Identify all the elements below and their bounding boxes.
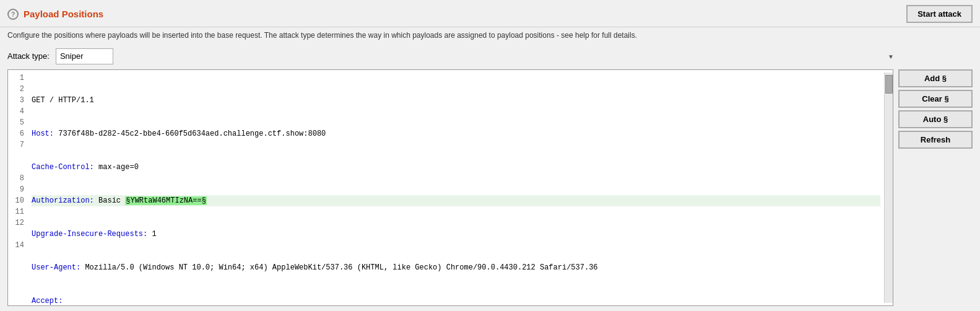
attack-type-row: Attack type: Sniper Battering ram Pitchf… (0, 46, 980, 69)
add-section-button[interactable]: Add § (898, 69, 973, 87)
attack-type-label: Attack type: (7, 51, 50, 61)
request-content: 1 2 3 4 5 6 7 8 9 10 11 12 14 (8, 70, 893, 305)
main-container: ? Payload Positions Start attack Configu… (0, 0, 980, 311)
description-bar: Configure the positions where payloads w… (0, 27, 980, 46)
right-buttons: Add § Clear § Auto § Refresh (898, 69, 973, 306)
start-attack-button[interactable]: Start attack (906, 5, 973, 23)
request-line-7: Accept: (32, 296, 880, 305)
help-icon: ? (7, 9, 19, 20)
request-line-5: Upgrade-Insecure-Requests: 1 (32, 229, 880, 240)
request-line-1: GET / HTTP/1.1 (32, 95, 880, 106)
scrollbar-thumb (885, 75, 893, 94)
header-bar: ? Payload Positions Start attack (0, 0, 980, 27)
clear-section-button[interactable]: Clear § (898, 90, 973, 108)
request-line-2: Host: 7376f48b-d282-45c2-bbe4-660f5d634a… (32, 128, 880, 139)
code-content[interactable]: GET / HTTP/1.1 Host: 7376f48b-d282-45c2-… (28, 72, 884, 303)
scrollbar-area[interactable] (884, 72, 893, 303)
auto-section-button[interactable]: Auto § (898, 110, 973, 128)
attack-type-select[interactable]: Sniper Battering ram Pitchfork Cluster b… (56, 48, 113, 64)
request-line-3: Cache-Control: max-age=0 (32, 162, 880, 173)
attack-type-select-wrapper: Sniper Battering ram Pitchfork Cluster b… (56, 48, 898, 64)
refresh-button[interactable]: Refresh (898, 131, 973, 149)
content-area: 1 2 3 4 5 6 7 8 9 10 11 12 14 (0, 69, 980, 311)
description-text: Configure the positions where payloads w… (7, 31, 637, 40)
request-line-6: User-Agent: Mozilla/5.0 (Windows NT 10.0… (32, 262, 880, 273)
request-line-4: Authorization: Basic §YWRtaW46MTIzNA==§ (32, 195, 880, 206)
request-editor: 1 2 3 4 5 6 7 8 9 10 11 12 14 (7, 69, 893, 306)
line-numbers: 1 2 3 4 5 6 7 8 9 10 11 12 14 (8, 72, 28, 303)
header-left: ? Payload Positions (7, 9, 103, 20)
page-title: Payload Positions (24, 9, 103, 19)
